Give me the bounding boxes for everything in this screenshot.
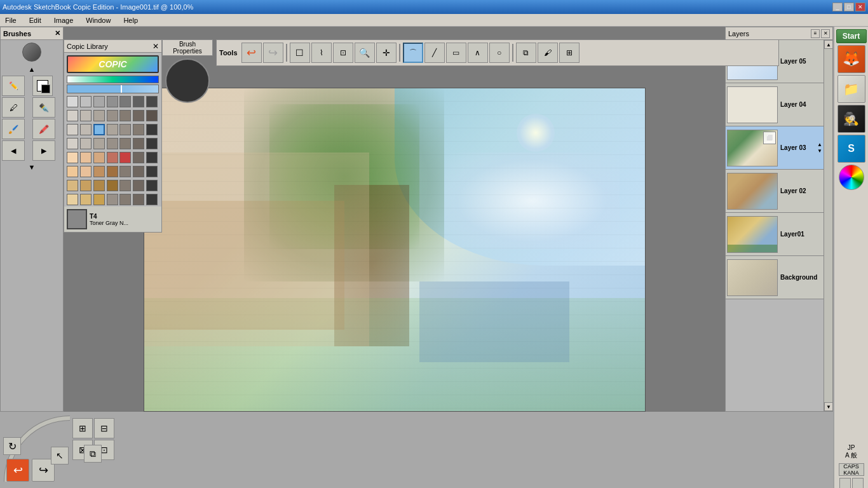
spy-button[interactable]: 🕵: [837, 105, 865, 133]
swatch-lgray7[interactable]: [146, 110, 158, 121]
rect-shape-button[interactable]: ▭: [446, 43, 466, 63]
swatch-brn1[interactable]: [67, 166, 78, 177]
pan-button[interactable]: ✛: [376, 43, 397, 63]
scroll-track[interactable]: [824, 49, 832, 402]
redo-button[interactable]: ↪: [263, 43, 283, 63]
close-button[interactable]: ✕: [855, 3, 865, 11]
grid-btn-2[interactable]: ⊟: [94, 418, 114, 438]
skype-button[interactable]: S: [837, 135, 865, 163]
brush-scroll-up[interactable]: ▲: [1, 64, 63, 74]
swatch-r4-3[interactable]: [93, 138, 105, 149]
swatch-tan2-5[interactable]: [119, 194, 131, 205]
layer-03-item[interactable]: ⬜ Layer 03 ▲ ▼: [726, 126, 824, 170]
color-slider[interactable]: [67, 85, 159, 93]
layer-02-item[interactable]: Layer 02: [726, 170, 824, 213]
swatch-gray5[interactable]: [119, 96, 131, 107]
swatch-red1[interactable]: [107, 152, 118, 163]
swatch-tan2[interactable]: [80, 180, 92, 191]
swatch-tan6[interactable]: [133, 180, 144, 191]
copy-layer-button[interactable]: ⧉: [516, 43, 536, 63]
swatch-tan2-3[interactable]: [93, 194, 105, 205]
swatch-skin2[interactable]: [80, 152, 92, 163]
swatch-blue-selected[interactable]: [93, 124, 105, 135]
select-lasso-button[interactable]: ⌇: [311, 43, 332, 63]
crop-button[interactable]: ⊡: [333, 43, 353, 63]
swatch-skin3[interactable]: [93, 152, 105, 163]
layer-04-item[interactable]: Layer 04: [726, 83, 824, 126]
brush-tool-3[interactable]: 🖌️: [2, 119, 25, 139]
menu-window[interactable]: Window: [83, 15, 113, 25]
swatch-tan2-6[interactable]: [133, 194, 144, 205]
select-rect-button[interactable]: ☐: [290, 43, 310, 63]
brush-tool-6[interactable]: ▶: [32, 140, 55, 161]
swatch-tan7[interactable]: [146, 180, 158, 191]
layers-close[interactable]: ✕: [821, 29, 830, 38]
brushes-grid-button[interactable]: ⊞: [559, 43, 580, 63]
undo-button[interactable]: ↩: [241, 43, 262, 63]
straight-line-button[interactable]: ╱: [424, 43, 445, 63]
swatch-brn4[interactable]: [107, 166, 118, 177]
brush-circle[interactable]: [165, 58, 210, 103]
swatch-skin6[interactable]: [133, 152, 144, 163]
swatch-r4-2[interactable]: [80, 138, 92, 149]
swatch-tan2-7[interactable]: [146, 194, 158, 205]
swatch-gray6[interactable]: [133, 96, 144, 107]
pencil-tool[interactable]: ✏️: [2, 76, 25, 96]
swatch-r3-4[interactable]: [107, 124, 118, 135]
swatch-skin1[interactable]: [67, 152, 78, 163]
swatch-lgray1[interactable]: [67, 110, 78, 121]
polyline-button[interactable]: ∧: [468, 43, 488, 63]
brush-tool-4[interactable]: 🖍️: [32, 119, 55, 139]
swatch-gray2[interactable]: [80, 96, 92, 107]
brush-tool-5[interactable]: ◀: [2, 140, 25, 161]
swatch-gray7[interactable]: [146, 96, 158, 107]
swatch-tan2-2[interactable]: [80, 194, 92, 205]
swatch-brn7[interactable]: [146, 166, 158, 177]
color-wheel-button[interactable]: [839, 165, 864, 190]
swatch-r3-5[interactable]: [119, 124, 131, 135]
swatch-gray4[interactable]: [107, 96, 118, 107]
swatch-r3-1[interactable]: [67, 124, 78, 135]
brush-tool-2[interactable]: ✒️: [32, 97, 55, 118]
brush-tool-1[interactable]: 🖊: [2, 97, 25, 118]
background-item[interactable]: Background: [726, 256, 824, 299]
canvas[interactable]: [144, 88, 646, 412]
swatch-brn5[interactable]: [119, 166, 131, 177]
folder-button[interactable]: 📁: [837, 75, 865, 103]
swatch-r4-7[interactable]: [146, 138, 158, 149]
zoom-button[interactable]: 🔍: [355, 43, 375, 63]
swatch-r3-2[interactable]: [80, 124, 92, 135]
grid-btn-1[interactable]: ⊞: [72, 418, 93, 438]
swatch-r3-6[interactable]: [133, 124, 144, 135]
copy-btn[interactable]: ⧉: [84, 445, 102, 463]
sys-icon-1[interactable]: [839, 478, 851, 488]
layer-01-item[interactable]: Layer01: [726, 213, 824, 256]
color-swatch-bw[interactable]: [32, 76, 53, 96]
swatch-brn2[interactable]: [80, 166, 92, 177]
swatch-gray1[interactable]: [67, 96, 78, 107]
swatch-brn3[interactable]: [93, 166, 105, 177]
swatch-lgray6[interactable]: [133, 110, 144, 121]
menu-image[interactable]: Image: [51, 15, 76, 25]
swatch-lgray2[interactable]: [80, 110, 92, 121]
scroll-down-btn[interactable]: ▼: [824, 402, 833, 411]
swatch-lgray4[interactable]: [107, 110, 118, 121]
rotate-btn[interactable]: ↻: [3, 437, 21, 455]
brush-settings-button[interactable]: 🖌: [538, 43, 558, 63]
swatch-lgray3[interactable]: [93, 110, 105, 121]
swatch-tan2-4[interactable]: [107, 194, 118, 205]
brush-scroll-down[interactable]: ▼: [1, 162, 63, 172]
swatch-tan1[interactable]: [67, 180, 78, 191]
swatch-r4-6[interactable]: [133, 138, 144, 149]
menu-file[interactable]: File: [3, 15, 19, 25]
swatch-red2[interactable]: [119, 152, 131, 163]
copic-close[interactable]: ✕: [153, 42, 159, 51]
undo-bottom-btn[interactable]: ↩: [6, 459, 29, 482]
firefox-button[interactable]: 🦊: [837, 45, 865, 73]
minimize-button[interactable]: _: [832, 3, 843, 11]
menu-help[interactable]: Help: [121, 15, 140, 25]
swatch-brn6[interactable]: [133, 166, 144, 177]
pointer-btn[interactable]: ↖: [51, 447, 69, 464]
start-button[interactable]: Start: [836, 29, 867, 43]
ellipse-button[interactable]: ○: [489, 43, 510, 63]
